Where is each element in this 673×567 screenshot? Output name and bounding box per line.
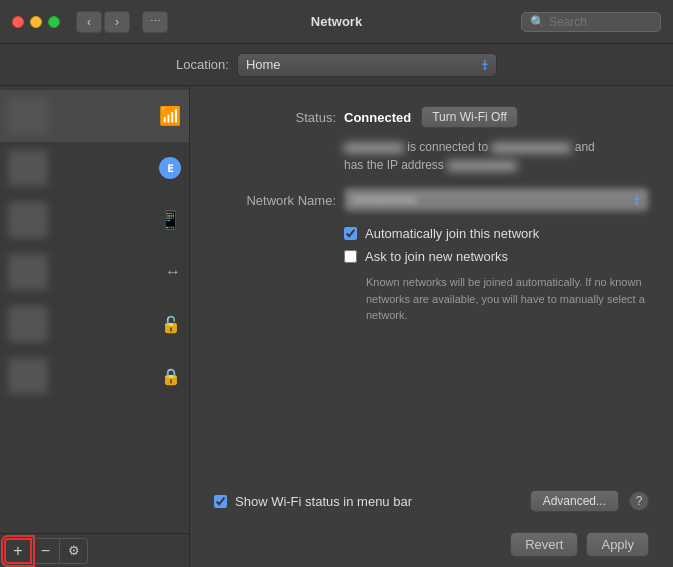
search-icon: 🔍: [530, 15, 545, 29]
add-network-button[interactable]: +: [4, 538, 32, 564]
auto-join-label: Automatically join this network: [365, 226, 539, 241]
lock-striped-icon: 🔓: [161, 315, 181, 334]
device-name-blurred: [344, 143, 404, 153]
network-name-blurred: [491, 143, 571, 153]
search-box: 🔍: [521, 12, 661, 32]
bottom-bar: Show Wi-Fi status in menu bar Advanced..…: [214, 478, 649, 524]
location-bar: Location: Home Automatic Work ⤈: [0, 44, 673, 86]
window-title: Network: [311, 14, 362, 29]
ip-address-blurred: [447, 161, 517, 171]
sidebar-item-wifi[interactable]: 📶: [0, 90, 189, 142]
sidebar-item-bluetooth[interactable]: ᴇ: [0, 142, 189, 194]
ip-prefix-text: has the IP address: [344, 158, 447, 172]
auto-join-checkbox[interactable]: [344, 227, 357, 240]
help-button[interactable]: ?: [629, 491, 649, 511]
maximize-button[interactable]: [48, 16, 60, 28]
advanced-button[interactable]: Advanced...: [530, 490, 619, 512]
thunderbolt-item-thumbnail: [8, 254, 48, 290]
status-connected-text: Connected: [344, 110, 411, 125]
status-row: Status: Connected Turn Wi-Fi Off: [214, 106, 649, 128]
sidebar-toolbar: + − ⚙: [0, 533, 189, 567]
minimize-button[interactable]: [30, 16, 42, 28]
title-bar: ‹ › ⋯ Network 🔍: [0, 0, 673, 44]
location-select-wrapper: Home Automatic Work ⤈: [237, 53, 497, 77]
sidebar-item-thunderbolt[interactable]: ↔: [0, 246, 189, 298]
lock-icon: 🔒: [161, 367, 181, 386]
ask-join-checkbox[interactable]: [344, 250, 357, 263]
turn-wifi-button[interactable]: Turn Wi-Fi Off: [421, 106, 518, 128]
sidebar: 📶 ᴇ 📱 ↔: [0, 86, 190, 567]
close-button[interactable]: [12, 16, 24, 28]
revert-button[interactable]: Revert: [510, 532, 578, 557]
grid-button[interactable]: ⋯: [142, 11, 168, 33]
iphone-item-thumbnail: [8, 202, 48, 238]
forward-button[interactable]: ›: [104, 11, 130, 33]
and-text: and: [575, 140, 595, 154]
traffic-lights: [12, 16, 60, 28]
apply-button[interactable]: Apply: [586, 532, 649, 557]
gear-menu-button[interactable]: ⚙: [60, 538, 88, 564]
right-panel: Status: Connected Turn Wi-Fi Off is conn…: [190, 86, 673, 567]
phone-icon: 📱: [159, 209, 181, 231]
ask-join-row: Ask to join new networks: [344, 249, 649, 264]
wifi-item-thumbnail: [8, 98, 48, 134]
ask-join-label: Ask to join new networks: [365, 249, 508, 264]
location-select[interactable]: Home Automatic Work: [237, 53, 497, 77]
search-input[interactable]: [549, 15, 652, 29]
bluetooth-item-thumbnail: [8, 150, 48, 186]
wifi-icon: 📶: [159, 105, 181, 127]
remove-network-button[interactable]: −: [32, 538, 60, 564]
network-name-select[interactable]: ••••••••••••••: [344, 188, 649, 212]
helper-text: Known networks will be joined automatica…: [366, 274, 649, 324]
sidebar-item-iphone[interactable]: 📱: [0, 194, 189, 246]
sidebar-item-vpn[interactable]: 🔓: [0, 298, 189, 350]
network-name-label: Network Name:: [214, 193, 344, 208]
nav-buttons: ‹ ›: [76, 11, 130, 33]
firewall-item-thumbnail: [8, 358, 48, 394]
status-value-row: Connected Turn Wi-Fi Off: [344, 106, 649, 128]
network-name-select-wrapper: •••••••••••••• ⤈: [344, 188, 649, 212]
sidebar-list: 📶 ᴇ 📱 ↔: [0, 86, 189, 533]
vpn-item-thumbnail: [8, 306, 48, 342]
arrows-icon: ↔: [165, 263, 181, 281]
show-wifi-row: Show Wi-Fi status in menu bar: [214, 494, 520, 509]
back-button[interactable]: ‹: [76, 11, 102, 33]
sidebar-item-firewall[interactable]: 🔒: [0, 350, 189, 402]
connection-text: is connected to: [407, 140, 491, 154]
show-wifi-label: Show Wi-Fi status in menu bar: [235, 494, 412, 509]
bluetooth-icon: ᴇ: [159, 157, 181, 179]
auto-join-row: Automatically join this network: [344, 226, 649, 241]
action-bar: Revert Apply: [214, 524, 649, 567]
location-label: Location:: [176, 57, 229, 72]
status-label: Status:: [214, 110, 344, 125]
connection-info: is connected to and has the IP address: [344, 138, 649, 174]
main-content: 📶 ᴇ 📱 ↔: [0, 86, 673, 567]
network-name-row: Network Name: •••••••••••••• ⤈: [214, 188, 649, 212]
show-wifi-checkbox[interactable]: [214, 495, 227, 508]
